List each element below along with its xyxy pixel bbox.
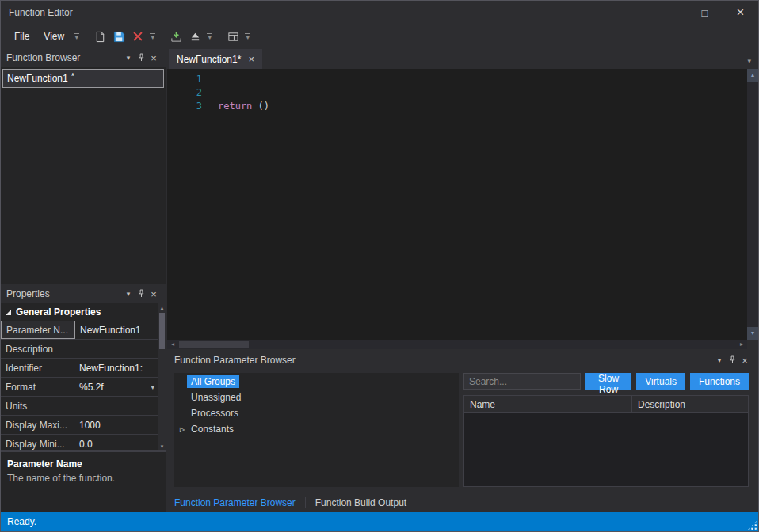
code-editor[interactable]: 1 2 3 return () ▴ ▾ ◂ ▸ <box>167 69 758 349</box>
property-value-cell[interactable]: NewFunction1: <box>74 359 158 377</box>
group-item-constants[interactable]: ▷ Constants <box>174 422 459 436</box>
property-value-cell[interactable]: NewFunction1 <box>75 321 158 339</box>
property-name-cell[interactable]: Format <box>1 378 74 396</box>
group-label: Unassigned <box>191 392 241 403</box>
scrollbar-thumb[interactable] <box>179 341 249 348</box>
pin-icon[interactable] <box>135 289 147 299</box>
close-panel-icon[interactable]: × <box>147 52 160 64</box>
import-button[interactable] <box>166 27 185 46</box>
property-value-cell[interactable]: %5.2f ▾ <box>74 378 158 396</box>
editor-horizontal-scrollbar[interactable]: ◂ ▸ <box>167 340 747 349</box>
editor-vertical-scrollbar[interactable]: ▴ ▾ <box>747 69 758 340</box>
property-row: Display Maxi... 1000 <box>1 416 158 435</box>
pin-icon[interactable] <box>135 53 147 63</box>
property-name-cell[interactable]: Identifier <box>1 359 74 377</box>
scroll-right-icon[interactable]: ▸ <box>736 340 747 349</box>
window-layout-icon <box>227 31 239 43</box>
group-item-unassigned[interactable]: Unassigned <box>174 390 459 405</box>
property-value-cell[interactable] <box>74 340 158 358</box>
tab-close-icon[interactable]: × <box>248 53 254 65</box>
property-name-cell[interactable]: Description <box>1 340 74 358</box>
function-editor-window: Function Editor □ × File View ▾ ▾ ▾ <box>0 0 759 532</box>
function-list-item[interactable]: NewFunction1 * <box>2 69 164 88</box>
code-line: 1 <box>167 73 747 86</box>
scrollbar-corner <box>747 340 758 349</box>
export-eject-icon <box>189 31 201 43</box>
property-row: Identifier NewFunction1: <box>1 359 158 378</box>
property-value-cell[interactable]: 0.0 <box>74 435 158 450</box>
toolbar-overflow-icon[interactable]: ▾ <box>74 33 79 40</box>
parameter-table: Name Description <box>463 395 749 487</box>
window-position-icon[interactable]: ▾ <box>122 54 135 62</box>
close-button[interactable]: × <box>723 1 758 25</box>
search-input[interactable] <box>463 373 581 390</box>
parameter-table-body[interactable] <box>464 413 748 486</box>
property-name-cell[interactable]: Parameter N... <box>1 321 75 339</box>
property-section-general[interactable]: General Properties <box>1 303 166 321</box>
document-tab-strip: NewFunction1* × ▾ <box>167 48 758 69</box>
tab-list-dropdown-icon[interactable]: ▾ <box>747 57 751 65</box>
column-header-description[interactable]: Description <box>632 396 748 412</box>
function-browser-header: Function Browser ▾ × <box>1 48 166 67</box>
maximize-icon: □ <box>702 7 708 19</box>
property-value-cell[interactable]: 1000 <box>74 416 158 434</box>
function-parameter-browser-header: Function Parameter Browser ▾ × <box>167 352 758 369</box>
property-help-box: Parameter Name The name of the function. <box>1 450 166 514</box>
menu-file[interactable]: File <box>7 28 36 45</box>
save-button[interactable] <box>109 27 128 46</box>
group-label: Constants <box>191 424 234 435</box>
export-button[interactable] <box>185 27 204 46</box>
properties-header: Properties ▾ × <box>1 284 166 303</box>
property-grid: Parameter N... NewFunction1 Description … <box>1 321 158 450</box>
property-name-cell[interactable]: Display Maxi... <box>1 416 74 434</box>
window-position-icon[interactable]: ▾ <box>713 356 726 364</box>
property-name-cell[interactable]: Units <box>1 397 74 415</box>
tab-function-parameter-browser[interactable]: Function Parameter Browser <box>174 497 305 508</box>
column-header-name[interactable]: Name <box>464 396 632 412</box>
scroll-left-icon[interactable]: ◂ <box>167 340 178 349</box>
group-label: All Groups <box>187 375 239 388</box>
line-number: 2 <box>167 86 202 100</box>
new-document-icon <box>94 31 106 43</box>
delete-button[interactable] <box>128 27 147 46</box>
group-item-all-groups[interactable]: All Groups <box>174 374 459 389</box>
scroll-up-icon[interactable]: ▴ <box>158 303 166 312</box>
property-row: Format %5.2f ▾ <box>1 378 158 397</box>
save-icon <box>113 31 125 43</box>
function-parameter-browser-title: Function Parameter Browser <box>174 355 713 366</box>
toolbar-overflow-icon[interactable]: ▾ <box>150 33 155 40</box>
tab-function-build-output[interactable]: Function Build Output <box>305 497 416 508</box>
code-line: 2 <box>167 86 747 100</box>
group-item-processors[interactable]: Processors <box>174 406 459 420</box>
functions-button[interactable]: Functions <box>690 373 749 390</box>
function-browser-title: Function Browser <box>6 52 122 63</box>
group-label: Processors <box>191 408 238 419</box>
tab-label: NewFunction1* <box>177 54 241 65</box>
property-name-cell[interactable]: Display Mini... <box>1 435 74 450</box>
properties-scrollbar[interactable]: ▴ ▾ <box>158 303 166 450</box>
pin-icon[interactable] <box>726 355 738 366</box>
window-position-icon[interactable]: ▾ <box>122 290 135 298</box>
scroll-down-icon[interactable]: ▾ <box>158 442 166 450</box>
window-controls: □ × <box>687 1 758 25</box>
maximize-button[interactable]: □ <box>687 1 723 25</box>
close-panel-icon[interactable]: × <box>738 355 751 367</box>
new-document-button[interactable] <box>90 27 109 46</box>
scroll-down-icon[interactable]: ▾ <box>747 327 758 340</box>
virtuals-button[interactable]: Virtuals <box>636 373 685 390</box>
properties-title: Properties <box>6 288 122 299</box>
close-panel-icon[interactable]: × <box>147 288 160 300</box>
toolbar-overflow-icon[interactable]: ▾ <box>245 33 250 40</box>
scroll-up-icon[interactable]: ▴ <box>747 69 758 82</box>
property-value-cell[interactable] <box>74 397 158 415</box>
menu-view[interactable]: View <box>36 28 71 45</box>
slow-row-button[interactable]: Slow Row <box>585 373 631 390</box>
document-tab[interactable]: NewFunction1* × <box>169 49 262 69</box>
format-dropdown-icon[interactable]: ▾ <box>151 383 154 391</box>
expander-icon[interactable]: ▷ <box>180 426 191 433</box>
code-area[interactable]: 1 2 3 return () <box>167 69 747 340</box>
toolbar-overflow-icon[interactable]: ▾ <box>207 33 212 40</box>
resize-grip[interactable] <box>747 520 757 530</box>
window-layout-button[interactable] <box>223 27 242 46</box>
scrollbar-thumb[interactable] <box>159 313 165 349</box>
